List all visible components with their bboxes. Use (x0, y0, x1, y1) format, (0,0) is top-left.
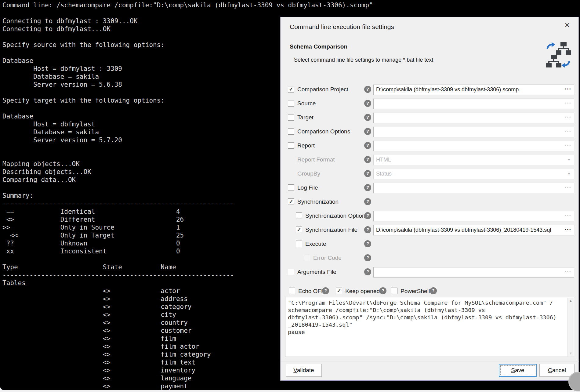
row-error-code: Error Code? (281, 251, 579, 265)
source-checkbox[interactable] (288, 100, 294, 107)
report-format-help-icon[interactable]: ? (364, 156, 371, 163)
echo-off-checkbox[interactable] (289, 288, 295, 294)
schema-comparison-subtitle: Select command line file settings to man… (294, 57, 433, 63)
keep-opened-help-icon[interactable]: ? (379, 287, 386, 294)
powershell-checkbox[interactable] (391, 288, 397, 294)
target-input[interactable]: ... (373, 113, 574, 123)
synchronization-checkbox[interactable]: ✓ (288, 198, 294, 205)
row-source: Source?... (281, 97, 579, 111)
arguments-file-help-icon[interactable]: ? (364, 268, 371, 275)
groupby-dropdown-arrow: ▼ (567, 172, 571, 176)
cancel-button[interactable]: Cancel (539, 364, 575, 377)
synchronization-options-input[interactable]: ... (373, 211, 574, 221)
synchronization-file-checkbox[interactable]: ✓ (296, 227, 302, 233)
row-target: Target?... (281, 111, 579, 125)
comparison-project-checkbox[interactable]: ✓ (288, 86, 294, 93)
scroll-down-icon[interactable]: ▼ (568, 351, 574, 355)
keep-opened-label: Keep opened (345, 288, 380, 295)
comparison-project-label: Comparison Project (297, 86, 348, 93)
error-code-checkbox (304, 255, 310, 261)
log-file-help-icon[interactable]: ? (364, 184, 371, 191)
row-log-file: Log File?... (281, 181, 579, 195)
groupby-label: GroupBy (297, 170, 320, 177)
save-button[interactable]: Save (499, 364, 537, 377)
execute-label: Execute (305, 241, 326, 247)
report-format-value: HTML (376, 157, 391, 163)
row-synchronization: ✓Synchronization? (281, 195, 579, 209)
schema-comparison-heading: Schema Comparison (290, 43, 347, 50)
echo-off-label: Echo OFF (298, 288, 325, 295)
comparison-project-help-icon[interactable]: ? (364, 86, 371, 93)
synchronization-help-icon[interactable]: ? (364, 198, 371, 205)
report-help-icon[interactable]: ? (364, 142, 371, 149)
comparison-project-input[interactable]: D:\comp\sakila (dbfmylast-3309 vs dbfmyl… (373, 85, 574, 95)
target-label: Target (297, 114, 314, 121)
synchronization-options-browse-button: ... (564, 210, 571, 217)
schema-compare-icon (546, 41, 571, 69)
comparison-project-browse-button[interactable]: ... (564, 84, 571, 91)
log-file-checkbox[interactable] (288, 184, 294, 191)
synchronization-file-label: Synchronization File (305, 227, 357, 233)
row-report-format: Report Format?HTML▼ (281, 153, 579, 167)
row-arguments-file: Arguments File?... (281, 265, 579, 279)
row-groupby: GroupBy?Status▼ (281, 167, 579, 181)
dialog-title: Command line execution file settings (290, 23, 394, 31)
report-browse-button: ... (564, 140, 571, 147)
report-checkbox[interactable] (288, 142, 294, 149)
row-execute: Execute? (281, 237, 579, 251)
synchronization-options-help-icon[interactable]: ? (364, 212, 371, 219)
keep-opened-checkbox[interactable]: ✓ (336, 288, 342, 294)
error-code-label: Error Code (313, 255, 342, 261)
comparison-options-help-icon[interactable]: ? (364, 128, 371, 135)
powershell-label: PowerShell (401, 288, 430, 295)
powershell-help-icon[interactable]: ? (430, 287, 437, 294)
report-label: Report (297, 142, 315, 149)
batch-scrollbar[interactable]: ▲ ▼ (567, 298, 574, 356)
arguments-file-browse-button: ... (564, 267, 571, 274)
source-browse-button: ... (564, 98, 571, 105)
synchronization-options-checkbox[interactable] (296, 212, 302, 219)
log-file-browse-button: ... (564, 182, 571, 189)
target-checkbox[interactable] (288, 114, 294, 121)
validate-button[interactable]: Validate (286, 364, 322, 377)
report-input[interactable]: ... (373, 141, 574, 151)
error-code-help-icon[interactable]: ? (364, 254, 371, 261)
synchronization-file-help-icon[interactable]: ? (364, 226, 371, 233)
row-report: Report?... (281, 139, 579, 153)
comparison-options-checkbox[interactable] (288, 128, 294, 135)
log-file-label: Log File (297, 184, 318, 191)
log-file-input[interactable]: ... (373, 183, 574, 193)
comparison-options-browse-button: ... (564, 126, 571, 133)
dialog-footer: Validate Save Cancel (281, 361, 579, 380)
execute-checkbox[interactable] (296, 241, 302, 247)
synchronization-file-input[interactable]: D:\comp\sakila (dbfmylast-3309 vs dbfmyl… (373, 225, 574, 235)
synchronization-file-browse-button[interactable]: ... (564, 224, 571, 231)
target-help-icon[interactable]: ? (364, 114, 371, 121)
comparison-options-input[interactable]: ... (373, 127, 574, 137)
synchronization-options-label: Synchronization Options (305, 212, 368, 219)
row-synchronization-options: Synchronization Options?... (281, 209, 579, 223)
row-synchronization-file: ✓Synchronization File?D:\comp\sakila (db… (281, 223, 579, 237)
groupby-dropdown: Status▼ (373, 169, 574, 179)
scroll-up-icon[interactable]: ▲ (568, 299, 574, 303)
groupby-help-icon[interactable]: ? (364, 170, 371, 177)
batch-text: "C:\Program Files\Devart\dbForge Schema … (285, 297, 574, 338)
groupby-value: Status (376, 171, 392, 177)
batch-toggle-row: Echo OFF?✓Keep opened?PowerShell? (281, 284, 579, 298)
execute-help-icon[interactable]: ? (364, 240, 371, 247)
echo-off-help-icon[interactable]: ? (322, 287, 329, 294)
close-icon[interactable]: ✕ (562, 20, 572, 31)
source-input[interactable]: ... (373, 99, 574, 109)
arguments-file-input[interactable]: ... (373, 267, 574, 278)
synchronization-label: Synchronization (297, 198, 339, 205)
comparison-project-value: D:\comp\sakila (dbfmylast-3309 vs dbfmyl… (376, 86, 519, 93)
comparison-options-label: Comparison Options (297, 128, 350, 135)
synchronization-file-value: D:\comp\sakila (dbfmylast-3309 vs dbfmyl… (376, 227, 551, 233)
report-format-dropdown-arrow: ▼ (567, 158, 571, 162)
batch-text-box[interactable]: "C:\Program Files\Devart\dbForge Schema … (285, 297, 574, 357)
source-label: Source (297, 100, 316, 107)
report-format-dropdown: HTML▼ (373, 155, 574, 165)
row-comparison-options: Comparison Options?... (281, 125, 579, 139)
source-help-icon[interactable]: ? (364, 100, 371, 107)
arguments-file-checkbox[interactable] (288, 269, 294, 275)
